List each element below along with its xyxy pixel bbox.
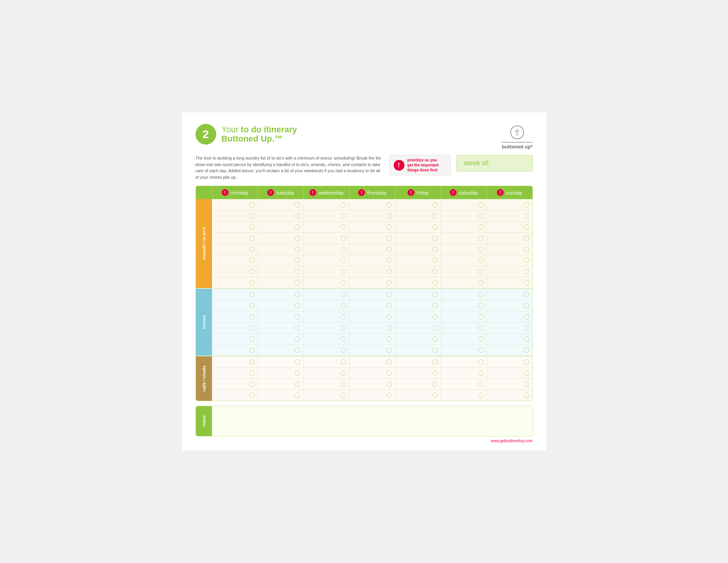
checkbox-circle[interactable]: [478, 224, 483, 230]
table-cell[interactable]: [395, 334, 440, 344]
checkbox-circle[interactable]: [478, 235, 483, 241]
checkbox-circle[interactable]: [432, 314, 438, 319]
checkbox-circle[interactable]: [386, 258, 392, 263]
table-cell[interactable]: [303, 277, 349, 288]
checkbox-circle[interactable]: [341, 247, 346, 252]
checkbox-circle[interactable]: [524, 224, 529, 230]
table-cell[interactable]: [212, 233, 258, 244]
checkbox-circle[interactable]: [249, 382, 255, 387]
checkbox-circle[interactable]: [249, 393, 255, 398]
checkbox-circle[interactable]: [386, 280, 392, 285]
table-cell[interactable]: [349, 233, 395, 244]
table-cell[interactable]: [395, 277, 440, 288]
table-cell[interactable]: [395, 368, 440, 379]
checkbox-circle[interactable]: [295, 292, 300, 297]
checkbox-circle[interactable]: [341, 393, 346, 398]
table-cell[interactable]: [349, 357, 395, 367]
checkbox-circle[interactable]: [478, 303, 483, 308]
checkbox-circle[interactable]: [341, 224, 346, 230]
table-cell[interactable]: [212, 300, 258, 311]
table-cell[interactable]: [441, 357, 486, 367]
checkbox-circle[interactable]: [295, 224, 300, 230]
table-cell[interactable]: [212, 368, 258, 379]
table-cell[interactable]: [349, 266, 395, 277]
table-cell[interactable]: [441, 379, 486, 390]
table-cell[interactable]: [258, 233, 303, 244]
table-cell[interactable]: [349, 390, 395, 401]
table-cell[interactable]: [303, 222, 349, 232]
table-cell[interactable]: [303, 255, 349, 266]
checkbox-circle[interactable]: [432, 347, 438, 353]
table-cell[interactable]: [395, 357, 440, 367]
table-cell[interactable]: [486, 255, 532, 266]
table-cell[interactable]: [441, 368, 486, 379]
table-cell[interactable]: [349, 368, 395, 379]
checkbox-circle[interactable]: [432, 370, 438, 376]
table-cell[interactable]: [349, 199, 395, 210]
table-cell[interactable]: [212, 244, 258, 255]
checkbox-circle[interactable]: [524, 202, 529, 207]
table-cell[interactable]: [303, 368, 349, 379]
table-cell[interactable]: [303, 199, 349, 210]
checkbox-circle[interactable]: [386, 336, 392, 342]
checkbox-circle[interactable]: [524, 347, 529, 353]
checkbox-circle[interactable]: [432, 269, 438, 274]
table-cell[interactable]: [349, 277, 395, 288]
checkbox-circle[interactable]: [295, 382, 300, 387]
checkbox-circle[interactable]: [478, 247, 483, 252]
checkbox-circle[interactable]: [341, 382, 346, 387]
checkbox-circle[interactable]: [386, 202, 392, 207]
checkbox-circle[interactable]: [295, 325, 300, 331]
checkbox-circle[interactable]: [386, 347, 392, 353]
table-cell[interactable]: [303, 390, 349, 401]
table-cell[interactable]: [441, 255, 486, 266]
checkbox-circle[interactable]: [432, 303, 438, 308]
checkbox-circle[interactable]: [432, 336, 438, 342]
checkbox-circle[interactable]: [432, 247, 438, 252]
checkbox-circle[interactable]: [249, 258, 255, 263]
checkbox-circle[interactable]: [524, 235, 529, 241]
checkbox-circle[interactable]: [524, 393, 529, 398]
table-cell[interactable]: [303, 357, 349, 367]
checkbox-circle[interactable]: [249, 347, 255, 353]
checkbox-circle[interactable]: [386, 370, 392, 376]
table-cell[interactable]: [395, 300, 440, 311]
table-cell[interactable]: [441, 222, 486, 232]
table-cell[interactable]: [303, 334, 349, 344]
table-cell[interactable]: [258, 345, 303, 356]
table-cell[interactable]: [258, 277, 303, 288]
checkbox-circle[interactable]: [341, 303, 346, 308]
table-cell[interactable]: [395, 199, 440, 210]
checkbox-circle[interactable]: [386, 359, 392, 365]
checkbox-circle[interactable]: [295, 213, 300, 219]
checkbox-circle[interactable]: [249, 314, 255, 319]
checkbox-circle[interactable]: [432, 280, 438, 285]
table-cell[interactable]: [486, 323, 532, 333]
table-cell[interactable]: [349, 289, 395, 300]
table-cell[interactable]: [303, 289, 349, 300]
table-cell[interactable]: [303, 323, 349, 333]
checkbox-circle[interactable]: [341, 280, 346, 285]
table-cell[interactable]: [441, 211, 486, 221]
table-cell[interactable]: [486, 244, 532, 255]
table-cell[interactable]: [212, 311, 258, 322]
checkbox-circle[interactable]: [295, 370, 300, 376]
table-cell[interactable]: [212, 357, 258, 367]
checkbox-circle[interactable]: [478, 292, 483, 297]
checkbox-circle[interactable]: [386, 393, 392, 398]
table-cell[interactable]: [395, 390, 440, 401]
table-cell[interactable]: [258, 323, 303, 333]
checkbox-circle[interactable]: [432, 292, 438, 297]
table-cell[interactable]: [395, 255, 440, 266]
table-cell[interactable]: [212, 390, 258, 401]
table-cell[interactable]: [349, 255, 395, 266]
table-cell[interactable]: [258, 334, 303, 344]
checkbox-circle[interactable]: [478, 269, 483, 274]
table-cell[interactable]: [441, 277, 486, 288]
checkbox-circle[interactable]: [341, 314, 346, 319]
checkbox-circle[interactable]: [432, 382, 438, 387]
table-cell[interactable]: [486, 233, 532, 244]
checkbox-circle[interactable]: [249, 280, 255, 285]
checkbox-circle[interactable]: [478, 280, 483, 285]
table-cell[interactable]: [486, 311, 532, 322]
